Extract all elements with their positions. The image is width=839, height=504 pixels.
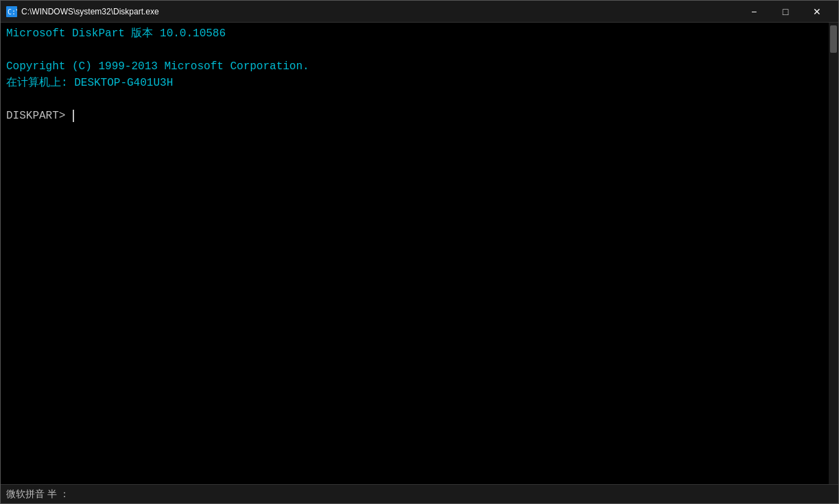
scrollbar[interactable] xyxy=(829,23,838,484)
title-bar: C:\ C:\WINDOWS\system32\Diskpart.exe − □… xyxy=(1,1,838,23)
prompt-line: DISKPART> xyxy=(6,108,833,124)
close-button[interactable]: ✕ xyxy=(801,1,833,23)
cursor-blink xyxy=(73,110,74,122)
title-bar-controls: − □ ✕ xyxy=(738,1,833,23)
console-body[interactable]: Microsoft DiskPart 版本 10.0.10586 Copyrig… xyxy=(1,23,838,127)
window-title: C:\WINDOWS\system32\Diskpart.exe xyxy=(21,7,159,16)
copyright-line: Copyright (C) 1999-2013 Microsoft Corpor… xyxy=(6,58,833,75)
console-wrapper[interactable]: Microsoft DiskPart 版本 10.0.10586 Copyrig… xyxy=(1,23,838,484)
svg-text:C:\: C:\ xyxy=(8,8,17,16)
prompt-text: DISKPART> xyxy=(6,108,72,124)
minimize-button[interactable]: − xyxy=(738,1,770,23)
blank-line-2 xyxy=(6,91,833,108)
terminal-icon: C:\ xyxy=(6,6,17,17)
maximize-button[interactable]: □ xyxy=(770,1,801,23)
title-bar-left: C:\ C:\WINDOWS\system32\Diskpart.exe xyxy=(6,6,159,17)
computer-line: 在计算机上: DESKTOP-G401U3H xyxy=(6,75,833,91)
cmd-window: C:\ C:\WINDOWS\system32\Diskpart.exe − □… xyxy=(0,0,839,504)
status-text: 微软拼音 半 ： xyxy=(6,488,69,501)
status-bar: 微软拼音 半 ： xyxy=(1,484,838,503)
scrollbar-thumb[interactable] xyxy=(830,25,837,53)
version-line: Microsoft DiskPart 版本 10.0.10586 xyxy=(6,25,833,42)
blank-line-1 xyxy=(6,42,833,58)
